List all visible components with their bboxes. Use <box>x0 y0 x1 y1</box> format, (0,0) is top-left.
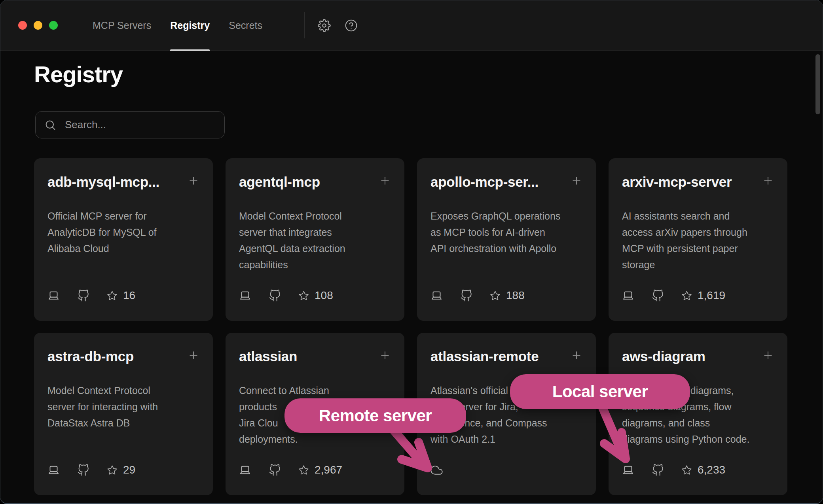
help-icon[interactable] <box>343 18 358 33</box>
server-description: AI assistants search andaccess arXiv pap… <box>622 208 774 273</box>
server-meta: 6,233 <box>622 464 725 476</box>
titlebar: MCP Servers Registry Secrets <box>0 0 823 51</box>
add-server-button[interactable] <box>379 175 391 188</box>
star-count: 16 <box>123 289 135 302</box>
star-rating: 29 <box>107 464 135 476</box>
github-icon[interactable] <box>652 464 664 476</box>
local-server-badge: Local server <box>510 374 690 409</box>
server-card[interactable]: agentql-mcp Model Context Protocolserver… <box>226 158 404 321</box>
registry-page: Registry adb-mysql-mcp... Official MCP s… <box>0 51 823 503</box>
search-input[interactable] <box>64 118 216 131</box>
server-card[interactable]: apollo-mcp-ser... Exposes GraphQL operat… <box>417 158 596 321</box>
remote-server-badge: Remote server <box>284 398 466 433</box>
server-name: atlassian <box>239 349 297 364</box>
laptop-icon <box>430 290 443 302</box>
laptop-icon <box>239 290 251 302</box>
settings-gear-icon[interactable] <box>317 18 332 33</box>
laptop-icon <box>47 464 60 476</box>
star-rating: 108 <box>298 289 333 302</box>
server-card[interactable]: adb-mysql-mcp... Official MCP server for… <box>34 158 213 321</box>
star-icon <box>107 290 118 301</box>
page-title: Registry <box>34 61 123 87</box>
plus-icon <box>571 349 582 361</box>
server-name: astra-db-mcp <box>47 349 134 364</box>
star-count: 6,233 <box>698 464 725 476</box>
add-server-button[interactable] <box>762 349 774 362</box>
laptop-icon <box>47 290 60 302</box>
star-rating: 1,619 <box>681 289 725 302</box>
star-count: 2,967 <box>315 464 342 476</box>
main-nav: MCP Servers Registry Secrets <box>93 0 262 51</box>
star-icon <box>107 465 118 476</box>
star-icon <box>298 290 309 301</box>
add-server-button[interactable] <box>188 349 199 362</box>
star-count: 108 <box>315 289 333 302</box>
server-name: arxiv-mcp-server <box>622 174 732 190</box>
star-icon <box>298 465 309 476</box>
star-count: 1,619 <box>698 289 725 302</box>
add-server-button[interactable] <box>571 349 582 362</box>
star-count: 188 <box>506 289 525 302</box>
search-icon <box>44 119 56 131</box>
server-description: Model Context Protocolserver that integr… <box>239 208 391 273</box>
star-icon <box>490 290 501 301</box>
server-meta: 2,967 <box>239 464 342 476</box>
server-name: agentql-mcp <box>239 174 320 190</box>
minimize-window-button[interactable] <box>34 21 42 30</box>
maximize-window-button[interactable] <box>49 21 58 30</box>
github-icon[interactable] <box>269 290 281 302</box>
add-server-button[interactable] <box>188 175 199 188</box>
star-icon <box>681 465 692 476</box>
server-card[interactable]: aws-diagram Generate AWS diagrams,sequen… <box>609 333 787 495</box>
plus-icon <box>379 349 391 361</box>
traffic-lights <box>18 21 58 30</box>
app-window: MCP Servers Registry Secrets Registry <box>0 0 823 504</box>
server-description: Official MCP server forAnalyticDB for My… <box>47 208 199 257</box>
server-description: Exposes GraphQL operationsas MCP tools f… <box>430 208 582 257</box>
star-rating: 16 <box>107 289 135 302</box>
github-icon[interactable] <box>77 464 89 476</box>
star-rating: 2,967 <box>298 464 342 476</box>
add-server-button[interactable] <box>571 175 582 188</box>
vertical-scrollbar-thumb[interactable] <box>815 54 820 114</box>
tab-secrets[interactable]: Secrets <box>229 0 262 51</box>
tab-mcp-servers[interactable]: MCP Servers <box>93 0 151 51</box>
plus-icon <box>188 175 199 187</box>
server-meta: 108 <box>239 289 333 302</box>
star-icon <box>681 290 692 301</box>
plus-icon <box>571 175 582 187</box>
server-meta: 188 <box>430 289 525 302</box>
search-box <box>35 111 225 138</box>
laptop-icon <box>622 464 634 476</box>
github-icon[interactable] <box>269 464 281 476</box>
server-card[interactable]: arxiv-mcp-server AI assistants search an… <box>609 158 787 321</box>
github-icon[interactable] <box>460 290 472 302</box>
laptop-icon <box>622 290 634 302</box>
tab-registry[interactable]: Registry <box>170 0 210 51</box>
server-meta: 29 <box>47 464 135 476</box>
server-card-grid: adb-mysql-mcp... Official MCP server for… <box>34 158 787 495</box>
topbar-divider <box>304 12 305 38</box>
server-name: atlassian-remote <box>430 349 539 364</box>
server-card[interactable]: astra-db-mcp Model Context Protocolserve… <box>34 333 213 495</box>
plus-icon <box>762 175 774 187</box>
server-name: adb-mysql-mcp... <box>47 174 159 190</box>
star-count: 29 <box>123 464 135 476</box>
server-name: apollo-mcp-ser... <box>430 174 539 190</box>
close-window-button[interactable] <box>18 21 27 30</box>
plus-icon <box>188 349 199 361</box>
server-name: aws-diagram <box>622 349 705 364</box>
cloud-icon <box>430 464 443 476</box>
server-meta: 16 <box>47 289 135 302</box>
github-icon[interactable] <box>77 290 89 302</box>
plus-icon <box>762 349 774 361</box>
github-icon[interactable] <box>652 290 664 302</box>
server-description: Model Context Protocolserver for interac… <box>47 383 199 431</box>
plus-icon <box>379 175 391 187</box>
server-meta: 1,619 <box>622 289 725 302</box>
star-rating: 6,233 <box>681 464 725 476</box>
add-server-button[interactable] <box>379 349 391 362</box>
add-server-button[interactable] <box>762 175 774 188</box>
server-meta <box>430 464 443 476</box>
star-rating: 188 <box>490 289 525 302</box>
